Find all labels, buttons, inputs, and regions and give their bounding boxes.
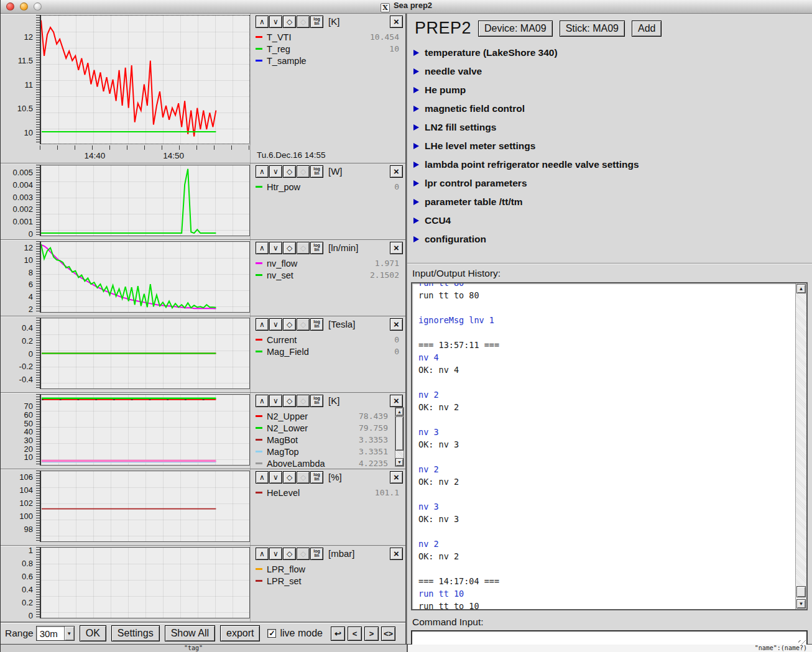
io-history-box[interactable]: run tt 80run tt to 80 ignoreMsg lnv 1 ==… <box>411 282 808 610</box>
plot-canvas-7[interactable] <box>40 547 250 618</box>
legend-nv_set[interactable]: nv_set2.1502 <box>256 269 404 281</box>
legend-MagBot[interactable]: MagBot3.3353 <box>256 434 393 446</box>
tree-item-lhe-level-meter-settings[interactable]: LHe level meter settings <box>407 137 812 155</box>
legend-Mag_Field[interactable]: Mag_Field0 <box>256 346 404 357</box>
expand-triangle-icon[interactable] <box>413 87 419 93</box>
pan-up-button[interactable]: ∧ <box>256 318 269 331</box>
zoom-out-button[interactable]: ◇ <box>283 471 296 484</box>
zoom-out-button[interactable]: ◇ <box>283 318 296 331</box>
tree-item-ccu4[interactable]: CCU4 <box>407 211 812 230</box>
expand-triangle-icon[interactable] <box>413 143 419 149</box>
legend-LPR_set[interactable]: LPR_set <box>256 575 404 587</box>
add-button[interactable]: Add <box>632 21 662 37</box>
expand-triangle-icon[interactable] <box>413 162 419 168</box>
legend-AboveLambda[interactable]: AboveLambda4.2235 <box>256 457 393 469</box>
legend-T_sample[interactable]: T_sample <box>256 55 404 67</box>
page-back-button[interactable]: < <box>348 627 362 641</box>
plot-canvas-4[interactable] <box>40 318 250 389</box>
pan-down-button[interactable]: ∨ <box>269 395 282 407</box>
log-lin-toggle[interactable]: loglin <box>310 16 323 28</box>
plot-canvas-2[interactable] <box>40 165 250 236</box>
log-lin-toggle[interactable]: loglin <box>310 318 323 331</box>
legend-N2_Upper[interactable]: N2_Upper78.439 <box>256 410 393 422</box>
close-graph-button[interactable]: × <box>390 242 403 254</box>
pan-up-button[interactable]: ∧ <box>256 16 269 28</box>
scroll-up-icon[interactable]: ▲ <box>395 408 404 416</box>
expand-range-button[interactable]: <> <box>381 627 395 641</box>
zoom-out-button[interactable]: ◇ <box>283 395 296 407</box>
log-lin-toggle[interactable]: loglin <box>310 165 323 178</box>
pan-up-button[interactable]: ∧ <box>256 165 269 178</box>
scroll-down-icon[interactable]: ▼ <box>796 599 806 608</box>
legend-MagTop[interactable]: MagTop3.3351 <box>256 446 393 457</box>
legend-Current[interactable]: Current0 <box>256 334 404 346</box>
legend-scrollbar[interactable]: ▲▼ <box>395 407 404 467</box>
device-button[interactable]: Device: MA09 <box>478 21 553 37</box>
pan-up-button[interactable]: ∧ <box>256 242 269 254</box>
zoom-out-button[interactable]: ◇ <box>283 548 296 560</box>
zoom-out-button[interactable]: ◇ <box>283 165 296 178</box>
pan-up-button[interactable]: ∧ <box>256 395 269 407</box>
expand-triangle-icon[interactable] <box>413 106 419 112</box>
zoom-out-button[interactable]: ◇ <box>283 242 296 254</box>
pan-down-button[interactable]: ∨ <box>269 16 282 28</box>
page-forward-button[interactable]: > <box>364 627 379 641</box>
legend-T_VTI[interactable]: T_VTI10.454 <box>256 31 404 43</box>
scrollbar-thumb[interactable] <box>395 416 404 451</box>
close-graph-button[interactable]: × <box>390 471 403 484</box>
plot-canvas-6[interactable] <box>40 471 250 542</box>
expand-triangle-icon[interactable] <box>413 68 419 75</box>
range-select[interactable]: 30m ▼ <box>36 626 75 641</box>
titlebar[interactable]: XSea prep2 <box>1 0 812 14</box>
pan-up-button[interactable]: ∧ <box>256 471 269 484</box>
tree-item-configuration[interactable]: configuration <box>407 230 812 249</box>
tree-item-lambda-point-refrigerator-needle-valve-settings[interactable]: lambda point refrigerator needle valve s… <box>407 155 812 174</box>
scrollbar-thumb[interactable] <box>796 586 806 597</box>
show-all-button[interactable]: Show All <box>165 625 215 641</box>
close-graph-button[interactable]: × <box>390 395 403 407</box>
legend-Htr_pow[interactable]: Htr_pow0 <box>256 181 404 193</box>
plot-canvas-5[interactable] <box>40 394 250 466</box>
legend-LPR_flow[interactable]: LPR_flow <box>256 563 404 575</box>
io-history-scrollbar[interactable]: ▲ ▼ <box>795 283 806 609</box>
expand-triangle-icon[interactable] <box>413 236 419 242</box>
stick-button[interactable]: Stick: MA09 <box>560 21 625 37</box>
pan-down-button[interactable]: ∨ <box>269 165 282 178</box>
legend-T_reg[interactable]: T_reg10 <box>256 43 404 55</box>
expand-triangle-icon[interactable] <box>413 199 419 205</box>
log-lin-toggle[interactable]: loglin <box>310 471 323 484</box>
legend-N2_Lower[interactable]: N2_Lower79.759 <box>256 422 393 434</box>
expand-triangle-icon[interactable] <box>413 180 419 186</box>
tree-item-lpr-control-parameters[interactable]: lpr control parameters <box>407 174 812 193</box>
expand-triangle-icon[interactable] <box>413 124 419 131</box>
pan-up-button[interactable]: ∧ <box>256 548 269 560</box>
tree-item-temperature-lakeshore-340[interactable]: temperature (LakeShore 340) <box>407 44 812 62</box>
log-lin-toggle[interactable]: loglin <box>310 395 323 407</box>
close-graph-button[interactable]: × <box>390 318 403 331</box>
jump-latest-button[interactable]: ↩ <box>331 627 345 641</box>
pan-down-button[interactable]: ∨ <box>269 471 282 484</box>
plot-canvas-3[interactable] <box>40 241 250 313</box>
tree-item-parameter-table-tt-tm[interactable]: parameter table /tt/tm <box>407 193 812 211</box>
live-mode-checkbox[interactable]: ✓ <box>267 629 276 638</box>
pan-down-button[interactable]: ∨ <box>269 548 282 560</box>
tree-item-needle-valve[interactable]: needle valve <box>407 62 812 81</box>
close-graph-button[interactable]: × <box>390 16 403 28</box>
tree-item-he-pump[interactable]: He pump <box>407 81 812 99</box>
ok-button[interactable]: OK <box>80 625 106 641</box>
log-lin-toggle[interactable]: loglin <box>310 242 323 254</box>
scroll-up-icon[interactable]: ▲ <box>796 284 806 293</box>
close-graph-button[interactable]: × <box>390 165 403 178</box>
pan-down-button[interactable]: ∨ <box>269 318 282 331</box>
tree-item-magnetic-field-control[interactable]: magnetic field control <box>407 99 812 118</box>
zoom-out-button[interactable]: ◇ <box>283 16 296 28</box>
tree-item-ln2-fill-settings[interactable]: LN2 fill settings <box>407 118 812 137</box>
pan-down-button[interactable]: ∨ <box>269 242 282 254</box>
log-lin-toggle[interactable]: loglin <box>310 548 323 560</box>
legend-nv_flow[interactable]: nv_flow1.971 <box>256 257 404 269</box>
scroll-down-icon[interactable]: ▼ <box>395 458 404 466</box>
export-button[interactable]: export <box>220 625 260 641</box>
expand-triangle-icon[interactable] <box>413 50 419 56</box>
legend-HeLevel[interactable]: HeLevel101.1 <box>256 487 404 498</box>
settings-button[interactable]: Settings <box>111 625 160 641</box>
